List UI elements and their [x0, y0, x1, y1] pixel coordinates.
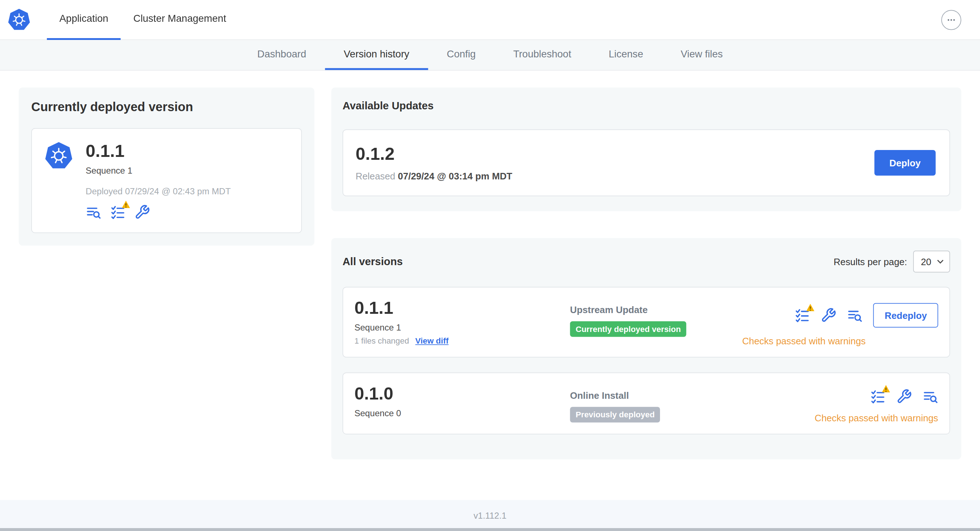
version-actions: Redeploy: [795, 303, 938, 328]
tab-dashboard[interactable]: Dashboard: [239, 40, 325, 70]
wrench-icon[interactable]: [134, 205, 150, 220]
warning-triangle-icon: [121, 200, 131, 210]
version-row-0-1-1: 0.1.1 Sequence 1 1 files changed View di…: [342, 287, 950, 358]
deployed-status-badge: Currently deployed version: [570, 321, 687, 337]
available-updates-card: Available Updates 0.1.2 Released 07/29/2…: [331, 87, 961, 211]
released-label: Released: [356, 171, 395, 181]
preflight-checks-warning-icon[interactable]: [870, 389, 886, 405]
results-per-page-value: 20: [921, 256, 931, 267]
results-per-page-select[interactable]: 20: [913, 251, 950, 272]
deployed-sequence: Sequence 1: [86, 165, 231, 176]
deployed-status-badge: Previously deployed: [570, 407, 660, 422]
version-row-0-1-0: 0.1.0 Sequence 0 Online Install Previous…: [342, 373, 950, 434]
tab-config[interactable]: Config: [428, 40, 494, 70]
wrench-icon[interactable]: [896, 389, 912, 405]
warning-triangle-icon: [806, 303, 815, 313]
more-menu-icon: [945, 14, 957, 26]
checks-status: Checks passed with warnings: [742, 335, 938, 346]
version-source-block: Online Install Previously deployed: [570, 390, 815, 422]
top-tab-cluster-management[interactable]: Cluster Management: [121, 0, 239, 40]
app-sub-nav: Dashboard Version history Config Trouble…: [0, 40, 980, 70]
available-updates-title: Available Updates: [342, 100, 950, 112]
main-content: Currently deployed version: [0, 70, 980, 459]
redeploy-button[interactable]: Redeploy: [873, 303, 938, 328]
top-tab-application[interactable]: Application: [47, 0, 121, 40]
row-sequence: Sequence 0: [355, 408, 570, 418]
version-info: 0.1.1 Sequence 1 1 files changed View di…: [355, 298, 570, 346]
diff-icon[interactable]: [847, 308, 863, 323]
row-version-number: 0.1.1: [355, 298, 570, 318]
wrench-icon[interactable]: [821, 308, 837, 323]
files-changed-count: 1 files changed: [355, 336, 409, 346]
deployed-timestamp: Deployed 07/29/24 @ 02:43 pm MDT: [86, 186, 231, 197]
currently-deployed-title: Currently deployed version: [31, 100, 302, 114]
tab-view-files[interactable]: View files: [662, 40, 741, 70]
row-sequence: Sequence 1: [355, 323, 570, 333]
tab-version-history[interactable]: Version history: [325, 40, 428, 70]
deployed-version-box: 0.1.1 Sequence 1 Deployed 07/29/24 @ 02:…: [31, 128, 302, 233]
kubernetes-logo: [8, 8, 31, 31]
results-per-page: Results per page: 20: [834, 251, 950, 272]
console-version: v1.112.1: [474, 511, 507, 521]
deploy-button[interactable]: Deploy: [874, 150, 936, 176]
tab-troubleshoot[interactable]: Troubleshoot: [494, 40, 590, 70]
app-window: Application Cluster Management Dashboard…: [0, 0, 980, 531]
chevron-down-icon: [937, 259, 944, 264]
deployed-version-number: 0.1.1: [86, 141, 231, 161]
checks-status: Checks passed with warnings: [815, 413, 938, 423]
view-diff-link[interactable]: View diff: [415, 336, 449, 346]
diff-icon[interactable]: [923, 389, 938, 405]
top-nav: Application Cluster Management: [0, 0, 980, 40]
all-versions-title: All versions: [342, 255, 403, 268]
kubernetes-app-icon: [44, 141, 73, 170]
diff-icon[interactable]: [86, 205, 101, 220]
row-version-number: 0.1.0: [355, 384, 570, 404]
horizontal-scrollbar[interactable]: [0, 528, 980, 531]
version-actions: [870, 389, 938, 405]
preflight-checks-warning-icon[interactable]: [110, 205, 126, 220]
version-source: Online Install: [570, 390, 815, 401]
version-source-block: Upstream Update Currently deployed versi…: [570, 304, 742, 337]
all-versions-card: All versions Results per page: 20: [331, 238, 961, 459]
all-versions-header: All versions Results per page: 20: [342, 251, 950, 272]
currently-deployed-card: Currently deployed version: [19, 87, 315, 246]
deployed-version-actions: [86, 205, 231, 220]
version-rows: 0.1.1 Sequence 1 1 files changed View di…: [342, 287, 950, 434]
update-row: 0.1.2 Released 07/29/24 @ 03:14 pm MDT D…: [342, 129, 950, 196]
update-details: 0.1.2 Released 07/29/24 @ 03:14 pm MDT: [356, 144, 512, 181]
version-info: 0.1.0 Sequence 0: [355, 384, 570, 418]
right-column: Available Updates 0.1.2 Released 07/29/2…: [331, 87, 961, 459]
version-actions-block: Checks passed with warnings: [815, 389, 938, 423]
results-per-page-label: Results per page:: [834, 256, 907, 267]
tab-license[interactable]: License: [590, 40, 662, 70]
files-changed-line: 1 files changed View diff: [355, 336, 570, 346]
deployed-version-details: 0.1.1 Sequence 1 Deployed 07/29/24 @ 02:…: [86, 141, 231, 220]
version-actions-block: Redeploy Checks passed with warnings: [742, 303, 938, 347]
update-released-line: Released 07/29/24 @ 03:14 pm MDT: [356, 171, 512, 181]
version-source: Upstream Update: [570, 304, 742, 315]
more-menu-button[interactable]: [941, 10, 961, 30]
update-version-number: 0.1.2: [356, 144, 512, 164]
released-timestamp: 07/29/24 @ 03:14 pm MDT: [398, 171, 512, 181]
footer: v1.112.1: [0, 500, 980, 531]
warning-triangle-icon: [881, 385, 891, 394]
preflight-checks-warning-icon[interactable]: [795, 308, 810, 323]
